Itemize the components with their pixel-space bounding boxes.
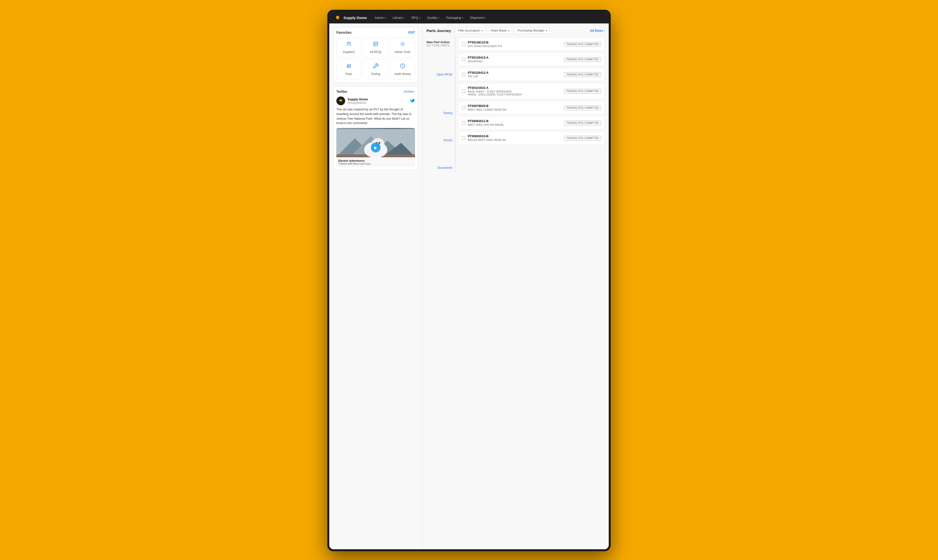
part-name-3: BASE SHEET - FLEET DISPENSER	[468, 90, 562, 93]
svg-point-4	[347, 64, 351, 66]
parts-icon	[346, 63, 352, 70]
part-info-2: PT00126412-A FAT CAT	[468, 71, 562, 78]
part-number-2: PT00126412-A	[468, 71, 562, 74]
edit-favorites-button[interactable]: EDIT	[408, 31, 415, 34]
part-status-2: PENDING RFQ COMMITTED	[564, 72, 601, 77]
all-parts-link[interactable]: All Parts ›	[590, 29, 605, 32]
right-panel: Parts Journey Filter by program ▾ Adam B…	[423, 23, 609, 549]
table-row: PT00126412-A FAT CAT PENDING RFQ COMMITT…	[458, 68, 605, 81]
tweet-image-caption: Electric Adventures Travels with Baca an…	[336, 157, 415, 167]
part-checkbox-2[interactable]	[462, 73, 465, 76]
stage-spacer-2	[426, 94, 455, 108]
tooling-icon	[373, 63, 378, 70]
stage-spacer-4	[426, 145, 455, 163]
nav-item-packaging[interactable]: Packaging ▾	[443, 14, 466, 21]
npa-title: New Part Action	[426, 40, 452, 44]
part-number-4: PT00079620-B	[468, 104, 562, 108]
tweet-author-name: Supply Dome	[348, 97, 408, 101]
part-checkbox-0[interactable]	[462, 43, 465, 46]
part-info-6: PT00063010-B WELDS BRKT HNDL REAR RH	[468, 135, 562, 142]
shipment-chevron-icon: ▾	[484, 16, 486, 19]
tweet-image[interactable]: ▶ Electric Adventures Travels with Baca …	[336, 128, 415, 167]
stage-label-documents: Documents	[426, 163, 455, 172]
part-name-2: FAT CAT	[468, 75, 562, 78]
favorites-title: Favorites	[336, 31, 352, 34]
part-status-0: PENDING RFQ COMMITTED	[564, 42, 601, 47]
favorites-grid: Suppliers All RFQs	[336, 37, 415, 79]
part-status-6: PENDING RFQ COMMITTED	[564, 136, 601, 140]
tweet-author-handle: @supplydome	[348, 101, 408, 105]
twitter-bird-icon	[410, 98, 415, 103]
part-name-5: BRKT HNDL UPR RR RMVBL	[468, 123, 562, 126]
fav-label-audit-history: Audit History	[394, 72, 411, 76]
admin-tools-icon	[400, 41, 406, 48]
nav-item-library[interactable]: Library ▾	[390, 14, 408, 21]
stage-label-open-rfqs: Open RFQs	[426, 70, 455, 79]
filter-user-dropdown[interactable]: Adam Bauer ▾	[488, 27, 512, 34]
part-info-4: PT00079620-B BRKT HNDL LOWER REAR RH	[468, 104, 562, 111]
table-row: PT00063011-B BRKT HNDL UPR RR RMVBL PEND…	[458, 116, 605, 129]
nav-bar: Supply Dome Admin ▾ Library ▾ RFQ ▾ Qual…	[329, 12, 609, 23]
part-checkbox-3[interactable]	[462, 89, 465, 93]
part-name-3b: HINGE - ENCLOSURE: FLEET DISPENSER	[468, 93, 562, 96]
all-rfqs-icon	[373, 41, 378, 48]
logo-icon	[334, 14, 341, 21]
nav-logo[interactable]: Supply Dome	[334, 14, 367, 21]
admin-chevron-icon: ▾	[385, 16, 386, 19]
twitter-title: Twitter	[336, 90, 348, 94]
fav-label-parts: Parts	[345, 72, 352, 76]
stage-label-tooling: Tooling	[426, 108, 455, 118]
part-name-1: HIGHROAD	[468, 60, 562, 63]
fav-item-tooling[interactable]: Tooling	[363, 59, 388, 79]
npa-count: 307 TOTAL PARTS	[426, 44, 452, 47]
nav-item-quality[interactable]: Quality ▾	[424, 14, 442, 21]
table-row: PT00079620-B BRKT HNDL LOWER REAR RH PEN…	[458, 101, 605, 114]
journey-stages: New Part Action 307 TOTAL PARTS Open RFQ…	[426, 38, 458, 172]
svg-point-3	[402, 43, 403, 45]
all-parts-chevron-icon: ›	[604, 29, 605, 32]
device-screen: Supply Dome Admin ▾ Library ▾ RFQ ▾ Qual…	[329, 12, 609, 549]
part-info-0: PT00138110-B OFF ROAD RECOVERY KIT	[468, 41, 562, 48]
play-button[interactable]: ▶	[371, 143, 381, 152]
part-number-5: PT00063011-B	[468, 119, 562, 123]
fav-item-admin-tools[interactable]: Admin Tools	[390, 37, 415, 57]
archive-link[interactable]: Archive ›	[404, 90, 415, 93]
part-info-3: PT00101631-A BASE SHEET - FLEET DISPENSE…	[468, 86, 562, 96]
program-chevron-icon: ▾	[482, 29, 483, 32]
fav-label-admin-tools: Admin Tools	[395, 50, 411, 54]
archive-chevron-icon: ›	[414, 90, 415, 93]
npa-header: New Part Action 307 TOTAL PARTS	[426, 38, 455, 50]
part-checkbox-4[interactable]	[462, 106, 465, 109]
stage-spacer-0	[426, 52, 455, 70]
fav-item-audit-history[interactable]: Audit History	[390, 59, 415, 79]
tweet-caption-sub: Travels with Baca and Izzy...	[338, 162, 413, 165]
stage-label-posa: PO/SA	[426, 136, 455, 145]
fav-item-all-rfqs[interactable]: All RFQs	[363, 37, 388, 57]
part-checkbox-6[interactable]	[462, 136, 465, 140]
nav-item-rfq[interactable]: RFQ ▾	[408, 14, 423, 21]
suppliers-icon	[346, 41, 352, 48]
parts-journey-title: Parts Journey	[426, 29, 451, 33]
library-chevron-icon: ▾	[403, 16, 404, 19]
fav-item-suppliers[interactable]: Suppliers	[336, 37, 361, 57]
tweet-avatar	[336, 97, 345, 105]
fav-item-parts[interactable]: Parts	[336, 59, 361, 79]
table-row: PT00063010-B WELDS BRKT HNDL REAR RH PEN…	[458, 131, 605, 145]
fav-label-tooling: Tooling	[371, 72, 380, 76]
part-checkbox-5[interactable]	[462, 121, 465, 125]
part-number-6: PT00063010-B	[468, 135, 562, 138]
part-name-0: OFF ROAD RECOVERY KIT	[468, 45, 562, 48]
filter-program-dropdown[interactable]: Filter by program ▾	[455, 27, 486, 34]
nav-item-shipment[interactable]: Shipment ▾	[467, 14, 489, 21]
stage-spacer-1	[426, 79, 455, 94]
journey-content: New Part Action 307 TOTAL PARTS Open RFQ…	[426, 38, 605, 172]
part-name-6: WELDS BRKT HNDL REAR RH	[468, 138, 562, 142]
tweet-caption-title: Electric Adventures	[338, 159, 413, 162]
table-row: PT00101631-A BASE SHEET - FLEET DISPENSE…	[458, 83, 605, 99]
nav-item-admin[interactable]: Admin ▾	[372, 14, 389, 21]
device-frame: Supply Dome Admin ▾ Library ▾ RFQ ▾ Qual…	[328, 10, 610, 551]
part-info-1: PT00126413-A HIGHROAD	[468, 56, 562, 63]
part-status-4: PENDING RFQ COMMITTED	[564, 106, 601, 110]
filter-role-dropdown[interactable]: Purchasing Manager ▾	[515, 27, 550, 34]
part-checkbox-1[interactable]	[462, 58, 465, 61]
